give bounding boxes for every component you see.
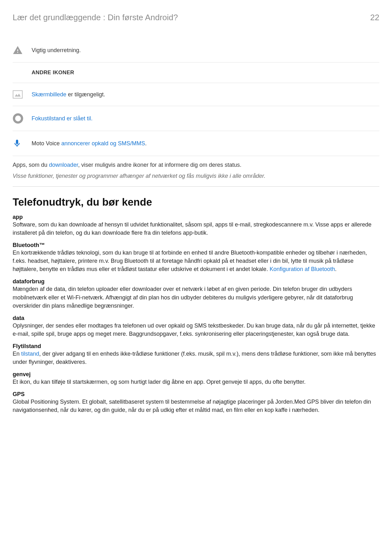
- term-flytilstand: Flytilstand En tilstand, der giver adgan…: [13, 343, 379, 366]
- term-genvej-title: genvej: [13, 371, 379, 378]
- row-voice-text: Moto Voice annoncerer opkald og SMS/MMS.: [32, 131, 379, 156]
- row-screenshot: Skærmbillede er tilgængeligt.: [13, 83, 379, 106]
- mic-icon: [13, 138, 28, 149]
- breadcrumb: Lær det grundlæggende : Din første Andro…: [13, 13, 178, 22]
- term-bluetooth-title: Bluetooth™: [13, 242, 379, 249]
- term-gps-body: Global Positioning System. Et globalt, s…: [13, 398, 379, 414]
- page-number: 22: [370, 13, 379, 22]
- term-dataforbrug-body: Mængden af de data, din telefon uploader…: [13, 285, 379, 310]
- svg-rect-0: [13, 91, 22, 98]
- row-warning-text: Vigtig underretning.: [32, 38, 379, 63]
- voice-suffix: .: [145, 140, 147, 147]
- term-data-title: data: [13, 315, 379, 322]
- icon-table: Vigtig underretning. ANDRE IKONER Skærmb…: [13, 38, 379, 156]
- page-header: Lær det grundlæggende : Din første Andro…: [13, 13, 379, 22]
- term-bluetooth-body: En kortrækkende trådløs teknologi, som d…: [13, 249, 379, 273]
- image-placeholder-icon: [13, 90, 28, 99]
- term-dataforbrug: dataforbrug Mængden af de data, din tele…: [13, 278, 379, 310]
- voice-prefix: Moto Voice: [32, 140, 61, 147]
- section-divider: [13, 186, 379, 187]
- apps-prefix: Apps, som du: [13, 162, 49, 168]
- row-focus-text: Fokustilstand er slået til.: [32, 106, 379, 131]
- italic-note: Visse funktioner, tjenester og programme…: [13, 173, 379, 179]
- apps-note: Apps, som du downloader, viser muligvis …: [13, 162, 379, 168]
- row-screenshot-text: Skærmbillede er tilgængeligt.: [32, 83, 379, 106]
- section-title: Telefonudtryk, du bør kende: [13, 196, 379, 208]
- term-app-title: app: [13, 214, 379, 220]
- fly-body-1: En: [13, 351, 21, 357]
- screenshot-link[interactable]: Skærmbillede: [32, 91, 66, 98]
- term-data-body: Oplysninger, der sendes eller modtages f…: [13, 322, 379, 338]
- term-gps-title: GPS: [13, 391, 379, 398]
- term-gps: GPS Global Positioning System. Et global…: [13, 391, 379, 414]
- term-flytilstand-body: En tilstand, der giver adgang til en enh…: [13, 350, 379, 366]
- svg-point-2: [14, 114, 22, 123]
- tilstand-link[interactable]: tilstand: [21, 351, 39, 357]
- term-app-body: Software, som du kan downloade af hensyn…: [13, 220, 379, 237]
- row-subheader: ANDRE IKONER: [13, 63, 379, 83]
- term-genvej: genvej Et ikon, du kan tilføje til start…: [13, 371, 379, 386]
- term-flytilstand-title: Flytilstand: [13, 343, 379, 350]
- circle-focus-icon: [13, 113, 28, 124]
- downloader-link[interactable]: downloader: [49, 162, 78, 168]
- bt-body-2: .: [335, 266, 337, 272]
- focus-link[interactable]: Fokustilstand er slået til.: [32, 115, 93, 122]
- row-focus: Fokustilstand er slået til.: [13, 106, 379, 131]
- svg-marker-1: [15, 93, 21, 96]
- fly-body-2: , der giver adgang til en enheds ikke-tr…: [13, 351, 376, 365]
- row-voice: Moto Voice annoncerer opkald og SMS/MMS.: [13, 131, 379, 156]
- row-warning: Vigtig underretning.: [13, 38, 379, 63]
- term-dataforbrug-title: dataforbrug: [13, 278, 379, 285]
- term-bluetooth: Bluetooth™ En kortrækkende trådløs tekno…: [13, 242, 379, 273]
- subheader-text: ANDRE IKONER: [32, 63, 379, 83]
- warning-icon: [13, 45, 28, 55]
- apps-suffix: , viser muligvis andre ikoner for at inf…: [78, 162, 241, 168]
- voice-link[interactable]: annoncerer opkald og SMS/MMS: [61, 140, 145, 147]
- screenshot-rest: er tilgængeligt.: [66, 91, 105, 98]
- term-app: app Software, som du kan downloade af he…: [13, 214, 379, 237]
- term-genvej-body: Et ikon, du kan tilføje til startskærmen…: [13, 378, 379, 386]
- term-data: data Oplysninger, der sendes eller modta…: [13, 315, 379, 338]
- bluetooth-config-link[interactable]: Konfiguration af Bluetooth: [269, 266, 335, 272]
